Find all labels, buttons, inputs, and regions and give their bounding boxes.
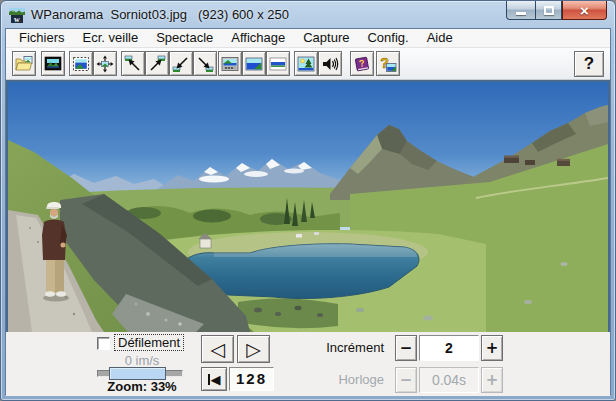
pan-image-button[interactable] bbox=[93, 51, 117, 76]
svg-text:?: ? bbox=[380, 55, 389, 71]
pan-image-icon bbox=[96, 55, 114, 73]
panorama-window-icon bbox=[221, 55, 239, 73]
frame-position-readout: 128 bbox=[229, 367, 274, 391]
menu-capture[interactable]: Capture bbox=[294, 29, 358, 47]
image-strip-button[interactable] bbox=[266, 51, 290, 76]
defilement-label[interactable]: Défilement bbox=[115, 335, 183, 350]
scroll-to-upper-left-button[interactable] bbox=[121, 51, 145, 76]
about-icon: ? bbox=[379, 55, 397, 73]
close-button[interactable]: × bbox=[562, 1, 607, 20]
start-bar-icon bbox=[208, 374, 210, 385]
slideshow-button[interactable] bbox=[294, 51, 318, 76]
skip-left-icon: ◀ bbox=[211, 372, 221, 387]
svg-text:w: w bbox=[14, 14, 20, 23]
wpanorama-app-icon: w bbox=[9, 7, 25, 23]
panorama-viewport bbox=[6, 80, 610, 332]
scroll-to-lower-right-button[interactable] bbox=[193, 51, 217, 76]
scroll-to-lower-left-icon bbox=[172, 55, 190, 73]
zoom-slider[interactable] bbox=[97, 370, 183, 377]
scroll-to-upper-right-button[interactable] bbox=[145, 51, 169, 76]
menu-fichiers[interactable]: Fichiers bbox=[10, 29, 74, 47]
maximize-button[interactable] bbox=[535, 1, 562, 20]
toolbar: ? ? ? bbox=[6, 48, 610, 80]
increment-minus-button[interactable]: − bbox=[395, 335, 417, 361]
sound-button[interactable] bbox=[318, 51, 342, 76]
window-title: WPanorama Sorniot03.jpg (923) 600 x 250 bbox=[31, 7, 289, 22]
increment-label: Incrément bbox=[322, 340, 384, 355]
zoom-readout: Zoom: 33% bbox=[90, 379, 194, 394]
control-panel: Défilement 0 im/s Zoom: 33% ◁ ▷ ◀ 128 In… bbox=[6, 332, 610, 396]
image-strip-icon bbox=[269, 55, 287, 73]
copy-image-button[interactable] bbox=[69, 51, 93, 76]
maximize-icon bbox=[544, 6, 554, 15]
scroll-right-button[interactable]: ▷ bbox=[237, 335, 270, 363]
full-image-button[interactable] bbox=[242, 51, 266, 76]
horloge-plus-button: + bbox=[481, 367, 503, 393]
client-area: Fichiers Ecr. veille Spectacle Affichage… bbox=[5, 28, 611, 395]
menu-aide[interactable]: Aide bbox=[418, 29, 462, 47]
go-to-start-button[interactable]: ◀ bbox=[201, 367, 227, 391]
caption-buttons: × bbox=[506, 1, 607, 20]
slideshow-icon bbox=[297, 55, 315, 73]
defilement-checkbox[interactable] bbox=[97, 337, 110, 350]
scroll-to-upper-right-icon bbox=[148, 55, 166, 73]
horloge-minus-button: − bbox=[395, 367, 417, 393]
left-triangle-icon: ◁ bbox=[210, 338, 225, 360]
full-image-icon bbox=[245, 55, 263, 73]
copy-image-icon bbox=[72, 55, 90, 73]
open-file-button[interactable] bbox=[12, 51, 36, 76]
close-icon: × bbox=[580, 2, 589, 19]
increment-value: 2 bbox=[419, 335, 479, 361]
panorama-window-button[interactable] bbox=[218, 51, 242, 76]
about-button[interactable]: ? bbox=[376, 51, 400, 76]
scroll-to-lower-right-icon bbox=[196, 55, 214, 73]
screensaver-preview-button[interactable] bbox=[41, 51, 65, 76]
menu-config[interactable]: Config. bbox=[358, 29, 417, 47]
context-help-button[interactable]: ? bbox=[574, 51, 604, 77]
help-book-icon: ? bbox=[353, 55, 371, 73]
minimize-icon bbox=[516, 12, 526, 15]
help-book-button[interactable]: ? bbox=[350, 51, 374, 76]
open-file-icon bbox=[15, 55, 33, 73]
menu-affichage[interactable]: Affichage bbox=[222, 29, 294, 47]
screensaver-preview-icon bbox=[44, 55, 62, 73]
panorama-image[interactable] bbox=[8, 82, 608, 332]
title-bar[interactable]: w WPanorama Sorniot03.jpg (923) 600 x 25… bbox=[1, 1, 615, 28]
scroll-to-lower-left-button[interactable] bbox=[169, 51, 193, 76]
horloge-value: 0.04s bbox=[419, 367, 479, 393]
minimize-button[interactable] bbox=[506, 1, 535, 20]
right-triangle-icon: ▷ bbox=[246, 338, 261, 360]
scroll-left-button[interactable]: ◁ bbox=[201, 335, 234, 363]
horloge-label: Horloge bbox=[322, 372, 384, 387]
menu-spectacle[interactable]: Spectacle bbox=[147, 29, 222, 47]
menu-bar: Fichiers Ecr. veille Spectacle Affichage… bbox=[6, 29, 610, 48]
menu-ecr-veille[interactable]: Ecr. veille bbox=[74, 29, 148, 47]
app-window: w WPanorama Sorniot03.jpg (923) 600 x 25… bbox=[0, 0, 616, 401]
sound-icon bbox=[321, 55, 339, 73]
increment-plus-button[interactable]: + bbox=[481, 335, 503, 361]
scroll-to-upper-left-icon bbox=[124, 55, 142, 73]
speed-readout: 0 im/s bbox=[90, 353, 194, 368]
